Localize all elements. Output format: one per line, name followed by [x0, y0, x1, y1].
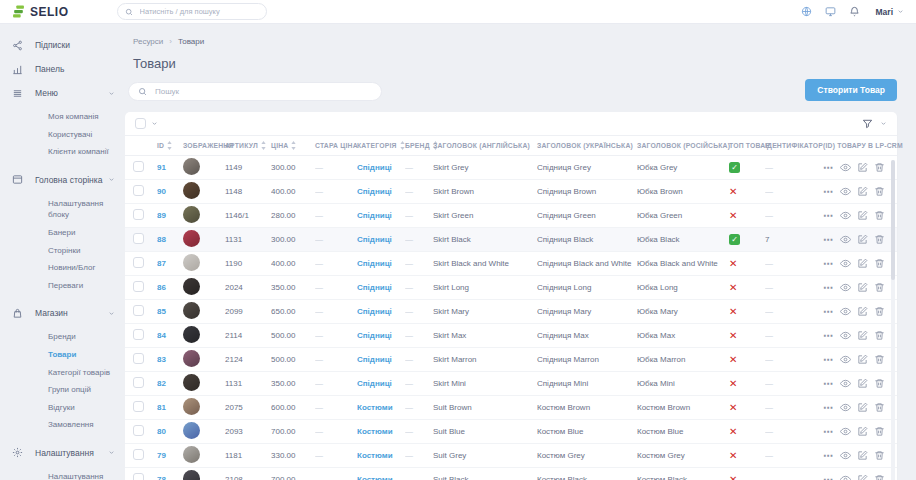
edit-button[interactable]	[857, 378, 868, 389]
delete-button[interactable]	[874, 282, 885, 293]
row-id-link[interactable]: 83	[157, 355, 166, 364]
view-button[interactable]	[840, 354, 851, 365]
edit-button[interactable]	[857, 162, 868, 173]
delete-button[interactable]	[874, 402, 885, 413]
delete-button[interactable]	[874, 378, 885, 389]
edit-button[interactable]	[857, 306, 868, 317]
category-link[interactable]: Костюми	[357, 451, 393, 460]
delete-button[interactable]	[874, 306, 885, 317]
edit-button[interactable]	[857, 186, 868, 197]
sort-icon[interactable]	[400, 141, 405, 150]
row-id-link[interactable]: 79	[157, 451, 166, 460]
column-header-id[interactable]: ID	[157, 141, 183, 150]
sidebar-subitem[interactable]: Банери	[48, 224, 119, 242]
column-header-article[interactable]: АРТИКУЛ	[225, 141, 271, 150]
global-search-input[interactable]	[138, 6, 259, 17]
notifications-bell-icon[interactable]	[849, 6, 860, 17]
delete-button[interactable]	[874, 450, 885, 461]
view-button[interactable]	[840, 426, 851, 437]
category-link[interactable]: Спідниці	[357, 163, 392, 172]
category-link[interactable]: Костюми	[357, 403, 393, 412]
edit-button[interactable]	[857, 450, 868, 461]
sidebar-item-homepage[interactable]: Головна сторінка	[0, 171, 125, 189]
language-globe-icon[interactable]	[801, 6, 812, 17]
delete-button[interactable]	[874, 162, 885, 173]
category-link[interactable]: Спідниці	[357, 379, 392, 388]
desktop-icon[interactable]	[825, 6, 836, 17]
sidebar-subitem[interactable]: Товари	[48, 346, 119, 364]
delete-button[interactable]	[874, 330, 885, 341]
row-id-link[interactable]: 78	[157, 475, 166, 480]
sort-icon[interactable]	[261, 141, 266, 150]
delete-button[interactable]	[874, 354, 885, 365]
product-image[interactable]	[183, 350, 200, 367]
edit-button[interactable]	[857, 258, 868, 269]
create-product-button[interactable]: Створити Товар	[805, 79, 897, 101]
category-link[interactable]: Спідниці	[357, 355, 392, 364]
sidebar-item-subscriptions[interactable]: Підписки	[0, 36, 125, 54]
sidebar-item-settings[interactable]: Налаштування	[0, 444, 125, 462]
filter-chevron-icon[interactable]	[880, 120, 887, 127]
select-all-checkbox[interactable]	[135, 118, 146, 129]
category-link[interactable]: Костюми	[357, 475, 393, 480]
row-id-link[interactable]: 80	[157, 427, 166, 436]
view-button[interactable]	[840, 474, 851, 480]
edit-button[interactable]	[857, 354, 868, 365]
product-image[interactable]	[183, 470, 200, 480]
sidebar-subitem[interactable]: Категорії товарів	[48, 364, 119, 382]
row-id-link[interactable]: 91	[157, 163, 166, 172]
sidebar-subitem[interactable]: Переваги	[48, 277, 119, 295]
delete-button[interactable]	[874, 186, 885, 197]
sidebar-subitem[interactable]: Налаштування магазину	[48, 468, 119, 480]
view-button[interactable]	[840, 186, 851, 197]
user-menu[interactable]: Mari	[876, 7, 904, 17]
category-link[interactable]: Спідниці	[357, 259, 392, 268]
view-button[interactable]	[840, 210, 851, 221]
edit-button[interactable]	[857, 282, 868, 293]
row-id-link[interactable]: 88	[157, 235, 166, 244]
sidebar-subitem[interactable]: Відгуки	[48, 399, 119, 417]
edit-button[interactable]	[857, 474, 868, 480]
edit-button[interactable]	[857, 330, 868, 341]
category-link[interactable]: Спідниці	[357, 283, 392, 292]
sidebar-subitem[interactable]: Користувачі	[48, 126, 119, 144]
product-image[interactable]	[183, 158, 200, 175]
product-image[interactable]	[183, 446, 200, 463]
sidebar-subitem[interactable]: Новини/Блог	[48, 259, 119, 277]
sidebar-item-dashboard[interactable]: Панель	[0, 60, 125, 78]
row-checkbox[interactable]	[133, 209, 144, 220]
edit-button[interactable]	[857, 426, 868, 437]
view-button[interactable]	[840, 402, 851, 413]
delete-button[interactable]	[874, 234, 885, 245]
category-link[interactable]: Спідниці	[357, 235, 392, 244]
app-logo[interactable]: SELIO	[12, 5, 69, 19]
global-search[interactable]	[117, 3, 267, 20]
delete-button[interactable]	[874, 474, 885, 480]
sidebar-subitem[interactable]: Бренди	[48, 328, 119, 346]
row-checkbox[interactable]	[133, 281, 144, 292]
view-button[interactable]	[840, 450, 851, 461]
product-image[interactable]	[183, 182, 200, 199]
row-checkbox[interactable]	[133, 257, 144, 268]
view-button[interactable]	[840, 330, 851, 341]
edit-button[interactable]	[857, 402, 868, 413]
column-header-price[interactable]: ЦІНА	[271, 141, 315, 150]
sidebar-subitem[interactable]: Моя компанія	[48, 108, 119, 126]
sort-icon[interactable]	[167, 141, 172, 150]
sidebar-item-menu[interactable]: Меню	[0, 84, 125, 102]
row-checkbox[interactable]	[133, 377, 144, 388]
view-button[interactable]	[840, 282, 851, 293]
product-image[interactable]	[183, 326, 200, 343]
view-button[interactable]	[840, 162, 851, 173]
category-link[interactable]: Костюми	[357, 427, 393, 436]
row-checkbox[interactable]	[133, 449, 144, 460]
sidebar-subitem[interactable]: Групи опцій	[48, 381, 119, 399]
category-link[interactable]: Спідниці	[357, 307, 392, 316]
view-button[interactable]	[840, 378, 851, 389]
product-image[interactable]	[183, 422, 200, 439]
row-id-link[interactable]: 85	[157, 307, 166, 316]
sidebar-subitem[interactable]: Клієнти компанії	[48, 143, 119, 161]
row-id-link[interactable]: 82	[157, 379, 166, 388]
breadcrumb-item[interactable]: Ресурси	[133, 37, 163, 46]
row-checkbox[interactable]	[133, 185, 144, 196]
